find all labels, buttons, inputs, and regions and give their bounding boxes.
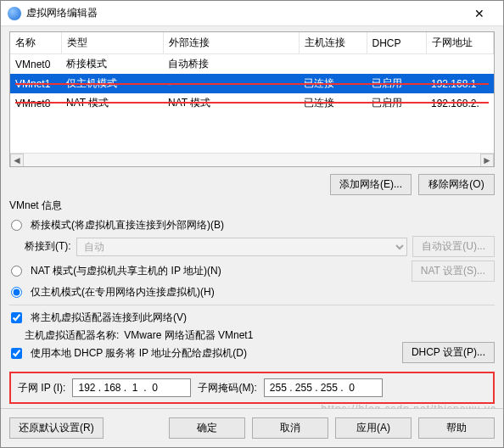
help-button[interactable]: 帮助 — [418, 417, 495, 439]
auto-settings-button[interactable]: 自动设置(U)... — [412, 236, 495, 257]
adapter-name-value: VMware 网络适配器 VMnet1 — [124, 328, 253, 343]
radio-nat-label: NAT 模式(与虚拟机共享主机的 IP 地址)(N) — [31, 264, 221, 278]
subnet-mask-label: 子网掩码(M): — [198, 381, 256, 395]
col-ext[interactable]: 外部连接 — [163, 32, 299, 54]
bridge-to-label: 桥接到(T): — [25, 239, 71, 254]
checkbox-host-adapter-label: 将主机虚拟适配器连接到此网络(V) — [31, 311, 187, 325]
highlight-marker — [15, 102, 489, 104]
apply-button[interactable]: 应用(A) — [335, 417, 412, 439]
radio-nat[interactable] — [11, 266, 22, 277]
checkbox-dhcp-label: 使用本地 DHCP 服务将 IP 地址分配给虚拟机(D) — [31, 346, 247, 361]
radio-hostonly[interactable] — [11, 287, 22, 298]
horizontal-scrollbar[interactable]: ◄ ► — [10, 153, 494, 166]
checkbox-host-adapter[interactable] — [11, 312, 22, 323]
app-icon — [8, 7, 21, 20]
subnet-mask-input[interactable] — [264, 378, 383, 397]
highlight-marker — [15, 83, 489, 85]
adapter-name-label: 主机虚拟适配器名称: — [25, 328, 119, 343]
ok-button[interactable]: 确定 — [169, 417, 245, 439]
subnet-ip-label: 子网 IP (I): — [18, 381, 65, 395]
cancel-button[interactable]: 取消 — [252, 417, 328, 439]
radio-bridge[interactable] — [11, 220, 22, 231]
scroll-right-icon[interactable]: ► — [480, 154, 494, 167]
dhcp-settings-button[interactable]: DHCP 设置(P)... — [402, 342, 495, 363]
group-title: VMnet 信息 — [9, 199, 495, 213]
col-host[interactable]: 主机连接 — [299, 32, 367, 54]
subnet-highlight-box: 子网 IP (I): 子网掩码(M): — [9, 372, 495, 404]
radio-bridge-label: 桥接模式(将虚拟机直接连接到外部网络)(B) — [31, 218, 224, 232]
separator — [9, 305, 495, 305]
add-network-button[interactable]: 添加网络(E)... — [330, 174, 412, 195]
close-icon[interactable]: ✕ — [462, 7, 496, 20]
network-table[interactable]: 名称 类型 外部连接 主机连接 DHCP 子网地址 VMnet0桥接模式自动桥接… — [9, 31, 495, 167]
table-row[interactable]: VMnet0桥接模式自动桥接 — [10, 54, 494, 75]
col-type[interactable]: 类型 — [61, 32, 163, 54]
col-dhcp[interactable]: DHCP — [367, 32, 426, 54]
window-title: 虚拟网络编辑器 — [26, 6, 462, 20]
titlebar: 虚拟网络编辑器 ✕ — [1, 1, 503, 26]
scroll-left-icon[interactable]: ◄ — [10, 154, 24, 167]
table-header: 名称 类型 外部连接 主机连接 DHCP 子网地址 — [10, 32, 494, 54]
nat-settings-button[interactable]: NAT 设置(S)... — [412, 260, 495, 282]
col-name[interactable]: 名称 — [10, 32, 61, 54]
dialog-footer: 还原默认设置(R) 确定 取消 应用(A) 帮助 — [1, 408, 503, 447]
restore-defaults-button[interactable]: 还原默认设置(R) — [9, 417, 104, 439]
subnet-ip-input[interactable] — [72, 378, 191, 397]
radio-hostonly-label: 仅主机模式(在专用网络内连接虚拟机)(H) — [31, 285, 215, 300]
bridge-to-select[interactable]: 自动 — [76, 238, 408, 256]
remove-network-button[interactable]: 移除网络(O) — [418, 174, 495, 195]
checkbox-dhcp[interactable] — [11, 348, 22, 359]
col-subnet[interactable]: 子网地址 — [426, 32, 494, 54]
